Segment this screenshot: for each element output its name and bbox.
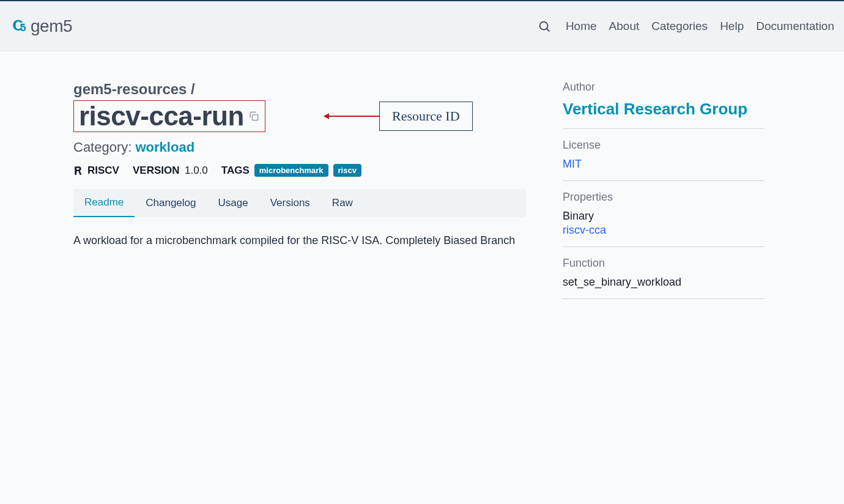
- sidebar: Author Vertical Research Group License M…: [563, 81, 764, 309]
- tag-microbenchmark[interactable]: microbenchmark: [254, 164, 328, 177]
- sidebar-function: Function set_se_binary_workload: [563, 257, 764, 299]
- tab-versions[interactable]: Versions: [259, 189, 321, 217]
- sidebar-license: License MIT: [563, 139, 764, 181]
- nav-help[interactable]: Help: [720, 20, 744, 33]
- sidebar-properties: Properties Binary riscv-cca: [563, 191, 764, 247]
- author-value: Vertical Research Group: [563, 100, 764, 119]
- version-info: VERSION 1.0.0: [133, 165, 208, 177]
- svg-rect-2: [252, 115, 257, 120]
- nav-home[interactable]: Home: [566, 20, 597, 33]
- nav-about[interactable]: About: [609, 20, 640, 33]
- tab-usage[interactable]: Usage: [207, 189, 259, 217]
- copy-icon[interactable]: [248, 110, 260, 122]
- breadcrumb: gem5-resources /: [73, 81, 526, 98]
- architecture-badge: RISCV: [73, 165, 119, 177]
- version-label: VERSION: [133, 165, 180, 176]
- category-row: Category: workload: [73, 139, 526, 155]
- version-value: 1.0.0: [185, 165, 208, 176]
- description: A workload for a microbenchmark compiled…: [73, 232, 526, 250]
- category-label: Category:: [73, 139, 136, 155]
- meta-row: RISCV VERSION 1.0.0 TAGS microbenchmark …: [73, 164, 526, 177]
- search-button[interactable]: [535, 17, 553, 35]
- author-label: Author: [563, 81, 764, 94]
- header: gem5 Home About Categories Help Document…: [0, 1, 844, 51]
- function-label: Function: [563, 257, 764, 270]
- license-link[interactable]: MIT: [563, 158, 582, 170]
- annotation-label: Resource ID: [379, 102, 473, 131]
- tag-riscv[interactable]: riscv: [333, 164, 361, 177]
- gem5-logo-icon: [10, 18, 27, 35]
- binary-link[interactable]: riscv-cca: [563, 224, 606, 236]
- tab-readme[interactable]: Readme: [73, 189, 135, 217]
- function-value: set_se_binary_workload: [563, 276, 764, 289]
- properties-label: Properties: [563, 191, 764, 204]
- logo[interactable]: gem5: [10, 17, 72, 36]
- logo-text: gem5: [31, 17, 72, 36]
- tags-section: TAGS microbenchmark riscv: [221, 164, 361, 177]
- search-icon: [538, 20, 551, 33]
- annotation-arrow: Resource ID: [324, 102, 473, 131]
- tab-raw[interactable]: Raw: [321, 189, 364, 217]
- resource-id-highlight: riscv-cca-run: [73, 100, 265, 132]
- license-label: License: [563, 139, 764, 152]
- arch-text: RISCV: [87, 165, 119, 177]
- tags-label: TAGS: [221, 165, 250, 177]
- category-link[interactable]: workload: [136, 139, 195, 155]
- tabs: Readme Changelog Usage Versions Raw: [73, 189, 526, 217]
- svg-line-1: [547, 28, 550, 31]
- svg-point-0: [540, 21, 548, 29]
- binary-label: Binary: [563, 210, 764, 223]
- nav: Home About Categories Help Documentation: [535, 17, 834, 35]
- nav-documentation[interactable]: Documentation: [756, 20, 834, 33]
- nav-categories[interactable]: Categories: [651, 20, 708, 33]
- sidebar-author: Author Vertical Research Group: [563, 81, 764, 129]
- main-content: gem5-resources / riscv-cca-run Resource …: [73, 81, 526, 309]
- tab-changelog[interactable]: Changelog: [135, 189, 207, 217]
- resource-id: riscv-cca-run: [79, 101, 244, 132]
- riscv-icon: [73, 165, 84, 176]
